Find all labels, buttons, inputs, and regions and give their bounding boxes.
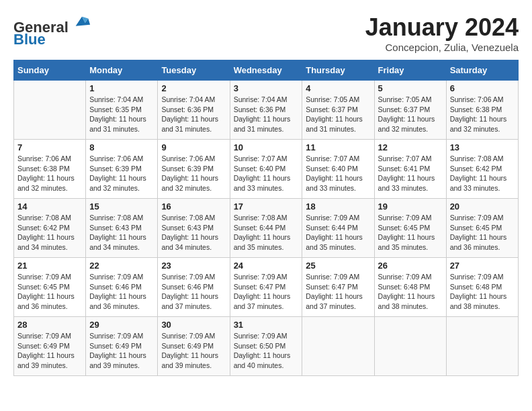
day-info: Sunrise: 7:09 AMSunset: 6:49 PMDaylight:… [17, 331, 82, 371]
day-number: 2 [161, 83, 226, 93]
day-cell: 28Sunrise: 7:09 AMSunset: 6:49 PMDayligh… [14, 317, 86, 376]
day-cell: 4Sunrise: 7:05 AMSunset: 6:37 PMDaylight… [302, 81, 374, 140]
day-number: 27 [450, 261, 515, 271]
day-number: 20 [450, 201, 515, 212]
day-cell: 13Sunrise: 7:08 AMSunset: 6:42 PMDayligh… [446, 140, 518, 199]
header-day-monday: Monday [86, 60, 158, 81]
day-cell: 5Sunrise: 7:05 AMSunset: 6:37 PMDaylight… [374, 81, 446, 140]
logo-text: General Blue [13, 13, 91, 48]
day-info: Sunrise: 7:05 AMSunset: 6:37 PMDaylight:… [378, 95, 443, 134]
day-number: 18 [306, 201, 370, 212]
day-info: Sunrise: 7:09 AMSunset: 6:48 PMDaylight:… [450, 272, 515, 312]
day-cell: 8Sunrise: 7:06 AMSunset: 6:39 PMDaylight… [86, 140, 158, 199]
week-row-3: 14Sunrise: 7:08 AMSunset: 6:42 PMDayligh… [14, 199, 519, 258]
day-cell: 29Sunrise: 7:09 AMSunset: 6:49 PMDayligh… [86, 317, 158, 376]
day-number: 10 [234, 142, 299, 152]
day-info: Sunrise: 7:09 AMSunset: 6:48 PMDaylight:… [378, 272, 443, 312]
week-row-4: 21Sunrise: 7:09 AMSunset: 6:45 PMDayligh… [14, 258, 519, 317]
day-number: 25 [306, 261, 370, 271]
day-cell: 27Sunrise: 7:09 AMSunset: 6:48 PMDayligh… [446, 258, 518, 317]
day-cell: 9Sunrise: 7:06 AMSunset: 6:39 PMDaylight… [158, 140, 230, 199]
header-day-thursday: Thursday [302, 60, 374, 81]
day-cell: 10Sunrise: 7:07 AMSunset: 6:40 PMDayligh… [230, 140, 302, 199]
day-info: Sunrise: 7:09 AMSunset: 6:45 PMDaylight:… [450, 213, 515, 253]
day-info: Sunrise: 7:09 AMSunset: 6:45 PMDaylight:… [17, 272, 82, 312]
day-number: 13 [450, 142, 515, 152]
day-info: Sunrise: 7:04 AMSunset: 6:36 PMDaylight:… [161, 95, 226, 134]
logo-bird-icon [73, 13, 91, 32]
week-row-1: 1Sunrise: 7:04 AMSunset: 6:35 PMDaylight… [14, 81, 519, 140]
day-cell: 21Sunrise: 7:09 AMSunset: 6:45 PMDayligh… [14, 258, 86, 317]
day-info: Sunrise: 7:06 AMSunset: 6:38 PMDaylight:… [450, 95, 515, 134]
day-number: 24 [234, 261, 299, 271]
day-cell: 15Sunrise: 7:08 AMSunset: 6:43 PMDayligh… [86, 199, 158, 258]
day-info: Sunrise: 7:08 AMSunset: 6:43 PMDaylight:… [161, 213, 226, 253]
day-number: 28 [17, 320, 82, 330]
day-cell: 20Sunrise: 7:09 AMSunset: 6:45 PMDayligh… [446, 199, 518, 258]
day-number: 11 [306, 142, 370, 152]
header-row: SundayMondayTuesdayWednesdayThursdayFrid… [14, 60, 519, 81]
calendar-header: SundayMondayTuesdayWednesdayThursdayFrid… [14, 60, 519, 81]
logo: General Blue [13, 13, 91, 48]
day-cell: 12Sunrise: 7:07 AMSunset: 6:41 PMDayligh… [374, 140, 446, 199]
day-cell: 11Sunrise: 7:07 AMSunset: 6:40 PMDayligh… [302, 140, 374, 199]
page-header: General Blue January 2024 Concepcion, Zu… [13, 13, 519, 53]
day-info: Sunrise: 7:09 AMSunset: 6:49 PMDaylight:… [161, 331, 226, 371]
day-info: Sunrise: 7:08 AMSunset: 6:44 PMDaylight:… [234, 213, 299, 253]
location-subtitle: Concepcion, Zulia, Venezuela [365, 42, 519, 53]
day-number: 14 [17, 201, 82, 212]
day-info: Sunrise: 7:08 AMSunset: 6:42 PMDaylight:… [17, 213, 82, 253]
day-cell [14, 81, 86, 140]
day-number: 23 [161, 261, 226, 271]
day-cell [374, 317, 446, 376]
day-number: 4 [306, 83, 370, 93]
week-row-5: 28Sunrise: 7:09 AMSunset: 6:49 PMDayligh… [14, 317, 519, 376]
day-info: Sunrise: 7:09 AMSunset: 6:47 PMDaylight:… [306, 272, 370, 312]
day-cell: 6Sunrise: 7:06 AMSunset: 6:38 PMDaylight… [446, 81, 518, 140]
day-number: 17 [234, 201, 299, 212]
day-info: Sunrise: 7:07 AMSunset: 6:40 PMDaylight:… [306, 154, 370, 193]
day-cell: 2Sunrise: 7:04 AMSunset: 6:36 PMDaylight… [158, 81, 230, 140]
day-info: Sunrise: 7:09 AMSunset: 6:49 PMDaylight:… [89, 331, 154, 371]
day-number: 15 [89, 201, 154, 212]
day-number: 7 [17, 142, 82, 152]
day-cell: 3Sunrise: 7:04 AMSunset: 6:36 PMDaylight… [230, 81, 302, 140]
day-info: Sunrise: 7:09 AMSunset: 6:47 PMDaylight:… [234, 272, 299, 312]
day-number: 21 [17, 261, 82, 271]
month-title: January 2024 [365, 13, 519, 42]
day-info: Sunrise: 7:09 AMSunset: 6:50 PMDaylight:… [234, 331, 299, 371]
day-number: 12 [378, 142, 443, 152]
day-info: Sunrise: 7:06 AMSunset: 6:38 PMDaylight:… [17, 154, 82, 193]
day-number: 16 [161, 201, 226, 212]
day-info: Sunrise: 7:09 AMSunset: 6:45 PMDaylight:… [378, 213, 443, 253]
header-day-sunday: Sunday [14, 60, 86, 81]
calendar-body: 1Sunrise: 7:04 AMSunset: 6:35 PMDaylight… [14, 81, 519, 376]
day-number: 19 [378, 201, 443, 212]
day-number: 3 [234, 83, 299, 93]
day-info: Sunrise: 7:09 AMSunset: 6:46 PMDaylight:… [161, 272, 226, 312]
day-cell: 19Sunrise: 7:09 AMSunset: 6:45 PMDayligh… [374, 199, 446, 258]
day-cell: 16Sunrise: 7:08 AMSunset: 6:43 PMDayligh… [158, 199, 230, 258]
day-number: 9 [161, 142, 226, 152]
week-row-2: 7Sunrise: 7:06 AMSunset: 6:38 PMDaylight… [14, 140, 519, 199]
day-cell: 14Sunrise: 7:08 AMSunset: 6:42 PMDayligh… [14, 199, 86, 258]
day-cell: 18Sunrise: 7:09 AMSunset: 6:44 PMDayligh… [302, 199, 374, 258]
day-info: Sunrise: 7:07 AMSunset: 6:40 PMDaylight:… [234, 154, 299, 193]
day-info: Sunrise: 7:04 AMSunset: 6:35 PMDaylight:… [89, 95, 154, 134]
day-cell: 30Sunrise: 7:09 AMSunset: 6:49 PMDayligh… [158, 317, 230, 376]
day-cell: 23Sunrise: 7:09 AMSunset: 6:46 PMDayligh… [158, 258, 230, 317]
header-day-wednesday: Wednesday [230, 60, 302, 81]
day-info: Sunrise: 7:06 AMSunset: 6:39 PMDaylight:… [89, 154, 154, 193]
day-number: 5 [378, 83, 443, 93]
day-number: 30 [161, 320, 226, 330]
day-number: 26 [378, 261, 443, 271]
day-cell: 22Sunrise: 7:09 AMSunset: 6:46 PMDayligh… [86, 258, 158, 317]
day-cell: 24Sunrise: 7:09 AMSunset: 6:47 PMDayligh… [230, 258, 302, 317]
day-cell: 1Sunrise: 7:04 AMSunset: 6:35 PMDaylight… [86, 81, 158, 140]
day-cell [446, 317, 518, 376]
day-cell [302, 317, 374, 376]
header-day-saturday: Saturday [446, 60, 518, 81]
day-cell: 31Sunrise: 7:09 AMSunset: 6:50 PMDayligh… [230, 317, 302, 376]
day-cell: 7Sunrise: 7:06 AMSunset: 6:38 PMDaylight… [14, 140, 86, 199]
header-day-friday: Friday [374, 60, 446, 81]
